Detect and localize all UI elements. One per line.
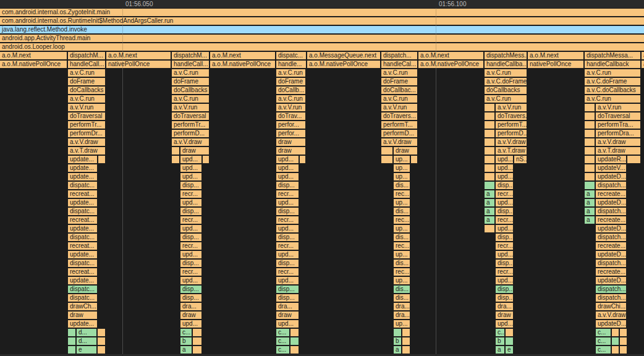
- frame-cell[interactable]: android.os.Looper.loop: [0, 43, 644, 51]
- frame-cell[interactable]: dis...: [394, 182, 410, 189]
- frame-cell[interactable]: a.o.M.next: [210, 52, 275, 59]
- frame-cell[interactable]: update...: [68, 251, 97, 258]
- frame-cell[interactable]: doFrame: [276, 78, 305, 85]
- frame-cell[interactable]: dispatch...: [596, 234, 626, 241]
- frame-cell[interactable]: c...: [276, 329, 289, 336]
- frame-cell[interactable]: [485, 112, 494, 120]
- frame-cell[interactable]: a.v.C.run: [381, 69, 417, 77]
- frame-cell[interactable]: draw: [276, 147, 305, 155]
- frame-cell[interactable]: [381, 156, 392, 163]
- frame-cell[interactable]: a: [485, 190, 494, 198]
- frame-cell[interactable]: disp...: [276, 294, 299, 302]
- frame-cell[interactable]: performTr...: [68, 121, 105, 129]
- frame-cell[interactable]: [485, 121, 494, 129]
- frame-cell[interactable]: recr...: [180, 190, 201, 198]
- frame-cell[interactable]: recreate...: [596, 268, 626, 276]
- frame-cell[interactable]: upd...: [180, 173, 201, 180]
- frame-cell[interactable]: recr...: [276, 216, 299, 224]
- frame-cell[interactable]: update...: [68, 277, 97, 284]
- frame-cell[interactable]: a.o.MessageQueue.next: [307, 52, 380, 59]
- frame-cell[interactable]: update...: [68, 164, 97, 172]
- frame-cell[interactable]: java.lang.reflect.Method.invoke: [0, 26, 644, 33]
- frame-cell[interactable]: [193, 329, 201, 336]
- frame-cell[interactable]: disp...: [276, 260, 299, 267]
- frame-cell[interactable]: recr...: [276, 190, 299, 198]
- frame-cell[interactable]: draw: [68, 312, 97, 319]
- frame-cell[interactable]: up...: [394, 164, 410, 172]
- frame-cell[interactable]: [627, 156, 640, 163]
- frame-cell[interactable]: d...: [77, 329, 96, 336]
- frame-cell[interactable]: update...: [68, 225, 97, 232]
- frame-cell[interactable]: updateD...: [596, 277, 626, 284]
- frame-cell[interactable]: a: [485, 216, 494, 224]
- frame-cell[interactable]: update...: [68, 199, 97, 206]
- frame-cell[interactable]: updateD...: [596, 225, 626, 232]
- frame-cell[interactable]: a.v.V.draw: [596, 138, 640, 146]
- frame-cell[interactable]: nativePollOnce: [106, 61, 171, 68]
- frame-cell[interactable]: a.v.C.run: [276, 95, 305, 103]
- frame-cell[interactable]: d...: [77, 337, 96, 345]
- frame-cell[interactable]: disp...: [496, 182, 513, 189]
- frame-cell[interactable]: performD...: [496, 130, 527, 137]
- frame-cell[interactable]: dispatchMessa...: [585, 52, 640, 59]
- frame-cell[interactable]: [98, 346, 105, 354]
- frame-cell[interactable]: [485, 156, 494, 163]
- frame-cell[interactable]: upd...: [276, 277, 299, 284]
- frame-cell[interactable]: performT...: [381, 121, 417, 129]
- frame-cell[interactable]: [585, 173, 595, 180]
- frame-cell[interactable]: up...: [394, 199, 410, 206]
- frame-cell[interactable]: recr...: [276, 242, 299, 250]
- frame-cell[interactable]: a.o.M.next: [528, 52, 583, 59]
- frame-cell[interactable]: [402, 329, 410, 336]
- frame-cell[interactable]: a.v.V.run: [172, 104, 209, 111]
- frame-cell[interactable]: a.o.M.next: [418, 52, 483, 59]
- frame-cell[interactable]: [485, 173, 494, 180]
- frame-cell[interactable]: c...: [596, 337, 611, 345]
- frame-cell[interactable]: e: [77, 346, 96, 354]
- frame-cell[interactable]: [506, 337, 513, 345]
- frame-cell[interactable]: a.o.M.nativePollOnce: [307, 61, 380, 68]
- frame-cell[interactable]: a: [585, 190, 595, 198]
- frame-cell[interactable]: dispatch...: [596, 208, 626, 215]
- frame-cell[interactable]: a.v.C.doCallbacks: [585, 87, 640, 94]
- frame-cell[interactable]: [506, 329, 513, 336]
- frame-cell[interactable]: [411, 156, 417, 163]
- frame-cell[interactable]: c...: [180, 329, 192, 336]
- frame-cell[interactable]: [290, 346, 299, 354]
- frame-cell[interactable]: perfor...: [276, 130, 305, 137]
- frame-cell[interactable]: [620, 329, 627, 336]
- frame-cell[interactable]: recr...: [496, 268, 513, 276]
- frame-cell[interactable]: [98, 337, 105, 345]
- frame-cell[interactable]: dis...: [394, 286, 410, 293]
- frame-cell[interactable]: upd...: [180, 199, 201, 206]
- frame-cell[interactable]: [585, 164, 595, 172]
- frame-cell[interactable]: up...: [394, 320, 410, 328]
- frame-cell[interactable]: doTraversal: [172, 112, 209, 120]
- frame-cell[interactable]: dispatch...: [596, 294, 626, 302]
- frame-cell[interactable]: disp...: [496, 286, 513, 293]
- frame-cell[interactable]: dis...: [394, 208, 410, 215]
- frame-cell[interactable]: updateD...: [596, 320, 626, 328]
- frame-cell[interactable]: dispatc...: [68, 208, 97, 215]
- frame-cell[interactable]: disp...: [496, 294, 513, 302]
- frame-cell[interactable]: updateR...: [596, 156, 626, 163]
- frame-cell[interactable]: com.android.internal.os.RuntimeInit$Meth…: [0, 17, 644, 25]
- frame-cell[interactable]: handle...: [276, 61, 306, 68]
- frame-cell[interactable]: rec...: [394, 190, 410, 198]
- frame-cell[interactable]: [585, 121, 595, 129]
- frame-cell[interactable]: a.v.V.draw: [172, 138, 209, 146]
- frame-cell[interactable]: [402, 346, 410, 354]
- frame-cell[interactable]: upd...: [180, 164, 201, 172]
- frame-cell[interactable]: [203, 156, 209, 163]
- frame-cell[interactable]: perfor...: [276, 121, 305, 129]
- frame-cell[interactable]: com.android.internal.os.ZygoteInit.main: [0, 9, 644, 16]
- frame-cell[interactable]: drawCh...: [68, 303, 97, 310]
- frame-cell[interactable]: handleCall...: [68, 61, 105, 68]
- frame-cell[interactable]: doCallbacks: [172, 87, 209, 94]
- frame-cell[interactable]: dra...: [276, 303, 299, 310]
- frame-cell[interactable]: dispatch...: [596, 286, 626, 293]
- frame-cell[interactable]: doCallbacks: [485, 87, 527, 94]
- frame-cell[interactable]: disp...: [496, 234, 513, 241]
- frame-cell[interactable]: dispatc...: [68, 286, 97, 293]
- frame-cell[interactable]: c...: [596, 329, 611, 336]
